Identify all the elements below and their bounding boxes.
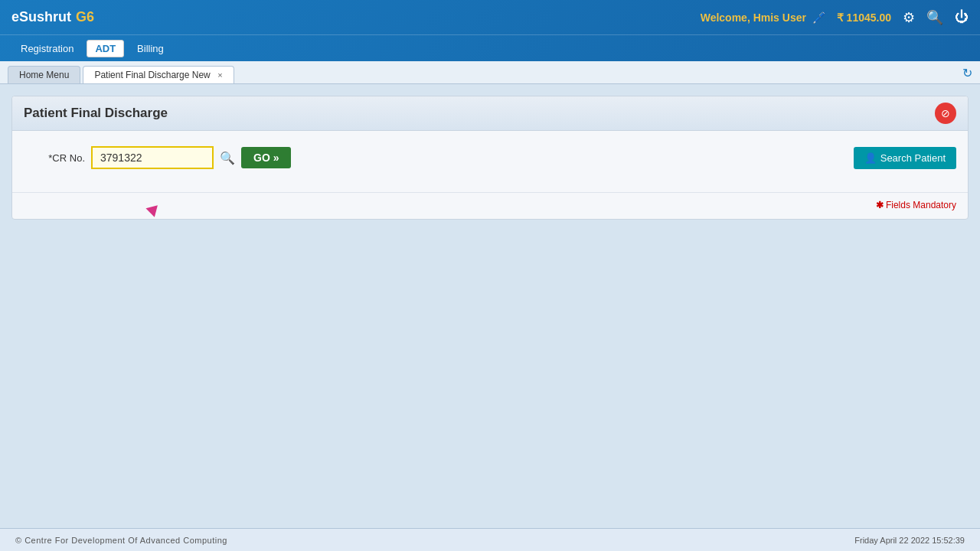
header-left: eSushrut G6 <box>11 9 94 25</box>
tabbar: Home Menu Patient Final Discharge New × … <box>0 61 980 84</box>
search-patient-button[interactable]: 👤 Search Patient <box>854 147 956 169</box>
welcome-text: Welcome, Hmis User 🖊️ <box>701 11 825 24</box>
brand-name: eSushrut <box>11 9 71 25</box>
tabbar-left: Home Menu Patient Final Discharge New × <box>8 66 234 83</box>
search-patient-icon: 👤 <box>864 152 877 164</box>
footer: © Centre For Development Of Advanced Com… <box>0 528 980 551</box>
settings-icon[interactable]: ⚙ <box>903 9 915 26</box>
nav-billing[interactable]: Billing <box>128 40 173 57</box>
tab-label: Patient Final Discharge New <box>94 70 210 80</box>
balance-display: ₹ 11045.00 <box>837 11 891 24</box>
form-body: *CR No. 🔍 GO » 👤 Search Patient <box>12 131 968 192</box>
search-patient-label: Search Patient <box>880 152 946 164</box>
cr-label: *CR No. <box>24 152 85 164</box>
nav-registration[interactable]: Registration <box>11 40 83 57</box>
header: eSushrut G6 Welcome, Hmis User 🖊️ ₹ 1104… <box>0 0 980 34</box>
tab-patient-final-discharge[interactable]: Patient Final Discharge New × <box>83 66 234 83</box>
nav-adt[interactable]: ADT <box>87 40 124 57</box>
stop-button[interactable]: ⊘ <box>935 103 956 124</box>
form-card: Patient Final Discharge ⊘ *CR No. 🔍 GO »… <box>11 96 969 220</box>
cr-no-row: *CR No. 🔍 GO » 👤 Search Patient <box>24 146 956 169</box>
main-content: Patient Final Discharge ⊘ *CR No. 🔍 GO »… <box>0 84 980 528</box>
footer-copyright: © Centre For Development Of Advanced Com… <box>15 536 227 545</box>
refresh-icon[interactable]: ↻ <box>962 66 972 83</box>
search-icon[interactable]: 🔍 <box>926 9 943 26</box>
mandatory-star: ✱ <box>876 200 884 210</box>
brand-version: G6 <box>76 9 94 25</box>
form-footer: ✱ Fields Mandatory <box>12 192 968 219</box>
tab-close-icon[interactable]: × <box>217 70 222 80</box>
tab-home[interactable]: Home Menu <box>8 66 80 83</box>
page-title: Patient Final Discharge <box>24 106 168 121</box>
cr-search-icon-button[interactable]: 🔍 <box>220 151 235 165</box>
footer-datetime: Friday April 22 2022 15:52:39 <box>854 536 965 545</box>
go-button[interactable]: GO » <box>241 147 291 168</box>
cr-input[interactable] <box>91 146 214 169</box>
power-icon[interactable]: ⏻ <box>955 9 969 25</box>
header-right: Welcome, Hmis User 🖊️ ₹ 11045.00 ⚙ 🔍 ⏻ <box>701 9 969 26</box>
navbar: Registration ADT Billing <box>0 34 980 61</box>
mandatory-text: ✱ Fields Mandatory <box>876 200 956 210</box>
form-card-header: Patient Final Discharge ⊘ <box>12 96 968 131</box>
stop-icon: ⊘ <box>941 107 950 119</box>
